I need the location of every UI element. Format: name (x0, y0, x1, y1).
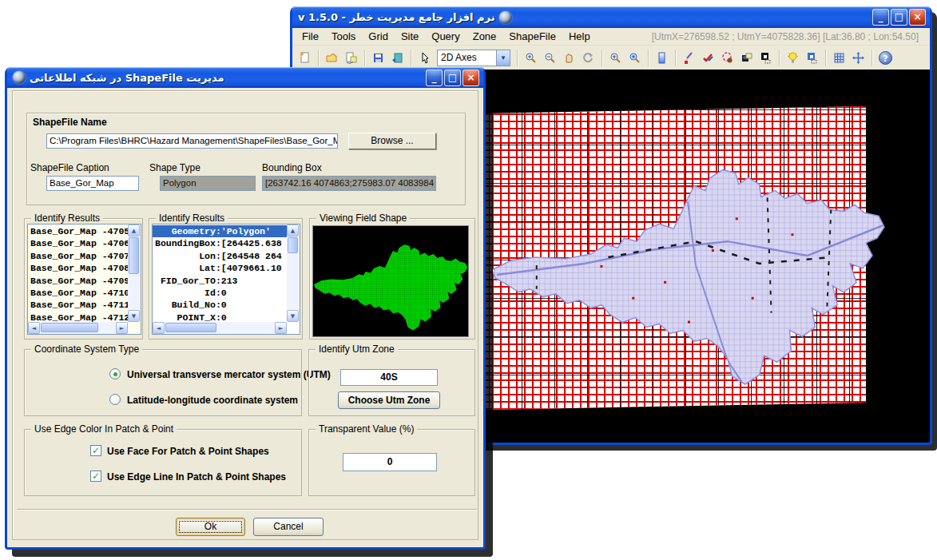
use-edge-line-checkbox-label: Use Edge Line In Patch & Point Shapes (107, 471, 286, 483)
main-titlebar[interactable]: نرم افزار جامع مدیریت خطر - v 1.5.0 _ □ … (292, 6, 930, 28)
screen: نرم افزار جامع مدیریت خطر - v 1.5.0 _ □ … (0, 0, 937, 560)
shapefile-name-label: ShapeFile Name (33, 117, 107, 128)
list-item[interactable]: Lat:[4079661.10 (153, 262, 287, 274)
cursor-icon[interactable] (415, 49, 434, 67)
toolbar-separator (779, 50, 780, 66)
layer-black-icon[interactable] (756, 49, 775, 67)
save-icon[interactable] (369, 49, 387, 67)
transparent-value-input[interactable]: 0 (343, 453, 437, 471)
coordinate-system-group-label: Coordinate System Type (31, 344, 142, 355)
lightbulb-icon[interactable] (784, 49, 802, 67)
scroll-up-icon[interactable]: ▲ (287, 224, 299, 236)
scroll-right-icon[interactable]: ► (275, 322, 287, 334)
list-item[interactable]: Base_Gor_Map -4706 (28, 237, 128, 249)
list-item[interactable]: Base_Gor_Map -4708 (28, 262, 128, 274)
shape-preview-svg (313, 226, 468, 336)
zoom-window-icon[interactable] (606, 49, 625, 67)
scrollbar-thumb[interactable] (129, 237, 139, 274)
scroll-down-icon[interactable]: ▼ (128, 310, 140, 322)
list-item[interactable]: Base_Gor_Map -4711 (28, 299, 128, 311)
scroll-right-icon[interactable]: ► (116, 322, 128, 334)
horizontal-scrollbar[interactable]: ◄ ► (28, 322, 128, 334)
check-edit-icon[interactable] (699, 49, 717, 67)
dialog-minimize-button[interactable]: _ (426, 70, 443, 86)
dialog-titlebar[interactable]: مدیریت ShapeFile در شبکه اطلاعاتی _ □ × (7, 67, 483, 88)
gradient-bar-icon[interactable] (653, 49, 671, 67)
open-icon[interactable] (323, 49, 341, 67)
layer-blue-icon[interactable] (803, 49, 821, 67)
dialog-maximize-button[interactable]: □ (444, 70, 461, 86)
shapefile-caption-input[interactable]: Base_Gor_Map (46, 176, 139, 191)
menu-query[interactable]: Query (425, 29, 466, 44)
list-item[interactable]: Base_Gor_Map -4707 (28, 250, 128, 262)
scrollbar-thumb[interactable] (288, 237, 298, 253)
browse-button[interactable]: Browse ... (348, 133, 436, 149)
toolbar-separator (318, 50, 319, 66)
dialog-close-button[interactable]: × (463, 70, 479, 86)
scroll-down-icon[interactable]: ▼ (287, 310, 299, 322)
use-face-checkbox[interactable]: ✓ (90, 445, 101, 456)
chevron-down-icon[interactable]: ▼ (496, 50, 510, 66)
choose-utm-zone-button[interactable]: Choose Utm Zone (338, 391, 440, 409)
zoom-out-icon[interactable] (541, 49, 559, 67)
menu-tools[interactable]: Tools (325, 29, 362, 44)
list-item[interactable]: Build_No:0 (153, 299, 287, 311)
menu-shapefile[interactable]: ShapeFile (502, 29, 562, 44)
scroll-left-icon[interactable]: ◄ (28, 322, 40, 334)
list-item[interactable]: Lon:[264548 264 (153, 250, 287, 262)
scroll-up-icon[interactable]: ▲ (128, 224, 140, 236)
vertical-scrollbar[interactable]: ▲ ▼ (128, 224, 141, 322)
viewing-field-group-label: Viewing Field Shape (316, 212, 410, 224)
zoom-in-icon[interactable] (522, 49, 540, 67)
menu-file[interactable]: File (296, 29, 325, 44)
toolbar-separator (648, 50, 649, 66)
menu-zone[interactable]: Zone (467, 29, 503, 44)
vertical-scrollbar[interactable]: ▲ ▼ (287, 224, 300, 322)
axes-select[interactable]: 2D Axes ▼ (437, 50, 510, 66)
list-item[interactable]: Id:0 (153, 287, 287, 299)
list-item[interactable]: Base_Gor_Map -4709 (28, 275, 128, 287)
new-icon[interactable] (296, 49, 314, 67)
scroll-left-icon[interactable]: ◄ (153, 322, 165, 334)
utm-zone-input[interactable]: 40S (340, 369, 438, 386)
list-item[interactable]: BoundingBox:[264425.638 (153, 237, 287, 249)
identify-results-list[interactable]: Base_Gor_Map -4705 Base_Gor_Map -4706 Ba… (27, 224, 141, 335)
list-item[interactable]: Base_Gor_Map -4710 (28, 287, 128, 299)
help-icon[interactable]: ? (876, 49, 895, 67)
rotate-icon[interactable] (579, 49, 598, 67)
utm-radio-label: Universal transverse mercator system (UT… (127, 369, 331, 380)
use-edge-line-checkbox[interactable]: ✓ (90, 471, 101, 482)
menu-help[interactable]: Help (562, 29, 597, 44)
list-item[interactable]: Base_Gor_Map -4705 (28, 225, 128, 237)
lasso-icon[interactable] (718, 49, 736, 67)
bounding-box-label: Bounding Box (262, 162, 322, 173)
close-button[interactable]: × (909, 9, 926, 26)
shape-type-label: Shape Type (149, 162, 201, 173)
list-item[interactable]: FID_Gor_TO:213 (153, 275, 287, 287)
edge-color-group-label: Use Edge Color In Patch & Point (31, 423, 177, 435)
coordinate-system-group: Coordinate System Type (24, 349, 302, 416)
note-window-icon[interactable] (737, 49, 756, 67)
paintbrush-icon[interactable] (680, 49, 698, 67)
menu-grid[interactable]: Grid (362, 29, 395, 44)
minimize-button[interactable]: _ (872, 9, 889, 26)
identify-detail-list[interactable]: Geometry:'Polygon' BoundingBox:[264425.6… (152, 224, 300, 335)
horizontal-scrollbar[interactable]: ◄ ► (153, 322, 287, 334)
shapefile-path-input[interactable]: C:\Program Files\BHRC\Hazard Management\… (46, 133, 338, 149)
scrollbar-thumb[interactable] (41, 323, 98, 332)
scrollbar-thumb[interactable] (165, 323, 216, 332)
use-face-checkbox-label: Use Face For Patch & Point Shapes (107, 446, 269, 457)
move-icon[interactable] (849, 49, 868, 67)
cancel-button[interactable]: Cancel (253, 518, 324, 536)
maximize-button[interactable]: □ (891, 9, 907, 26)
ok-button[interactable]: Ok (176, 518, 245, 536)
grid-table-icon[interactable] (830, 49, 848, 67)
pan-hand-icon[interactable] (560, 49, 578, 67)
latlon-radio[interactable] (109, 394, 121, 405)
utm-radio[interactable] (109, 368, 121, 379)
zoom-extents-icon[interactable] (625, 49, 644, 67)
add-note-icon[interactable] (342, 49, 360, 67)
menu-site[interactable]: Site (395, 29, 425, 44)
export-icon[interactable] (388, 49, 407, 67)
list-item-selected[interactable]: Geometry:'Polygon' (153, 225, 287, 237)
